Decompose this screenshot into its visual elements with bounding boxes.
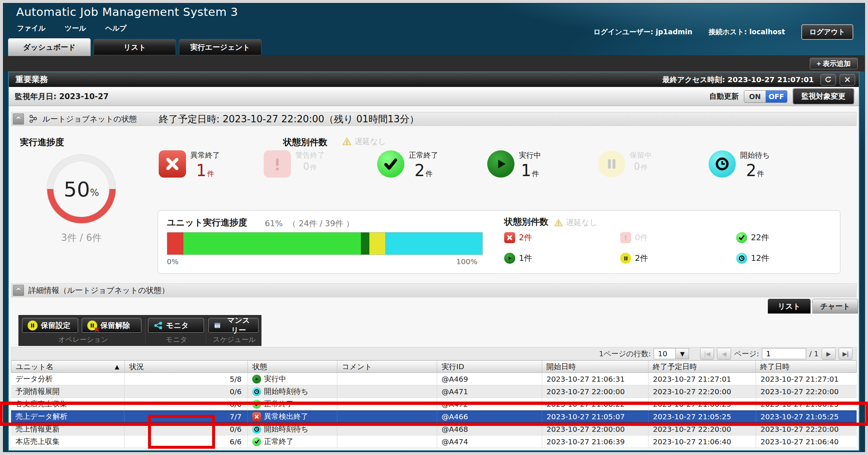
hold-release-button[interactable]: 保留解除 (82, 318, 141, 333)
menubar: ファイル ツール ヘルプ (17, 24, 127, 33)
table-row[interactable]: 本店売上収集 6/6 正常終了 @A474 2023-10-27 21:06:3… (11, 435, 857, 448)
waiting-icon (709, 150, 736, 178)
running-icon (504, 253, 515, 264)
last-page-button[interactable]: ▶| (839, 348, 853, 360)
tab-dashboard[interactable]: ダッシュボード (8, 38, 91, 56)
col-start[interactable]: 開始日時 (542, 361, 649, 372)
page-label: ページ: (734, 349, 759, 359)
collapse-icon[interactable]: ^ (13, 285, 24, 296)
view-tab-list[interactable]: リスト (768, 299, 811, 314)
deadline-label: 終了予定日時: 2023-10-27 22:20:00（残り 01時間13分） (159, 113, 419, 126)
menu-help[interactable]: ヘルプ (105, 24, 127, 33)
panel-content: ^ ルートジョブネットの状態 終了予定日時: 2023-10-27 22:20:… (9, 106, 859, 450)
monitor-button[interactable]: モニタ (148, 318, 204, 333)
auto-update-toggle[interactable]: ON OFF (744, 90, 787, 103)
monthly-button[interactable]: マンスリー (208, 318, 259, 333)
tab-list[interactable]: リスト (94, 39, 176, 55)
last-access-label: 最終アクセス時刻: 2023-10-27 21:07:01 (663, 75, 814, 85)
first-page-button[interactable]: |◀ (700, 348, 714, 360)
page-total: / 1 (809, 349, 819, 358)
view-tab-chart[interactable]: チャート (812, 299, 858, 314)
rows-per-page-value: 10 (654, 349, 675, 359)
calendar-icon (214, 321, 221, 330)
hold-icon (28, 321, 38, 330)
waiting-icon (736, 253, 747, 264)
warning-end-icon (620, 232, 631, 243)
normal-end-icon (736, 232, 747, 243)
rows-per-page-select[interactable]: 10 ▼ (654, 348, 689, 359)
warning-triangle-icon (342, 137, 352, 146)
pagination-bar: 1ページの行数: 10 ▼ |◀ ◀ ページ: / 1 ▶ ▶| (11, 347, 857, 360)
monitor-icon (154, 321, 163, 330)
annotation-box-selected-row (0, 402, 868, 426)
tab-strip (3, 55, 865, 71)
host-label: 接続ホスト: localhost (709, 27, 785, 37)
sort-asc-icon[interactable]: ▲ (115, 363, 119, 370)
unit-count-normal: 22件 (736, 232, 769, 243)
menu-file[interactable]: ファイル (17, 24, 46, 33)
toolbar-separator (145, 317, 145, 343)
hold-icon (598, 150, 625, 178)
logout-button[interactable]: ログアウト (801, 24, 853, 40)
next-page-button[interactable]: ▶ (822, 348, 836, 360)
root-no-delay: 遅延なし (342, 136, 386, 147)
running-icon (487, 150, 514, 178)
page-input[interactable] (762, 348, 806, 359)
col-exec-id[interactable]: 実行ID (437, 361, 542, 372)
login-bar: ログインユーザー: jp1admin 接続ホスト: localhost ログアウ… (594, 24, 853, 40)
waiting-icon (252, 387, 261, 396)
scale-min: 0% (167, 257, 179, 266)
normal-end-icon (252, 437, 261, 446)
jobnet-icon (28, 114, 38, 124)
add-view-button[interactable]: + 表示追加 (810, 58, 858, 69)
collapse-icon[interactable]: ^ (13, 113, 24, 125)
unit-count-abnormal: 2件 (504, 232, 532, 243)
tab-exec-agent[interactable]: 実行エージェント (179, 39, 261, 55)
table-row[interactable]: 予測情報展開 0/6 開始時刻待ち @A471 2023-10-27 22:00… (11, 385, 857, 398)
detail-section-header: ^ 詳細情報（ルートジョブネットの状態） (11, 283, 857, 297)
unit-progress-box: ユニット実行進捗度 61% （ 24件 / 39件 ） 0% 100% 状態別件… (158, 210, 840, 274)
unit-count-waiting: 12件 (736, 253, 769, 264)
unit-progress-summary: 61% （ 24件 / 39件 ） (265, 218, 354, 229)
unit-by-status-label: 状態別件数 (504, 216, 548, 228)
group-label-monitor: モニタ (166, 335, 187, 344)
unit-count-running: 1件 (504, 253, 532, 264)
status-cards: 異常終了 1件 警告終了 0件 正常終了 2件 実行中 1件 保留中 (156, 150, 804, 191)
panel-subheader: 監視年月日: 2023-10-27 自動更新 ON OFF 監視対象変更 (9, 87, 859, 106)
login-user-label: ログインユーザー: jp1admin (594, 27, 692, 37)
root-status-section-title: ルートジョブネットの状態 (42, 114, 137, 124)
bar-segment-abnormal-end (167, 232, 183, 255)
root-by-status-label: 状態別件数 (283, 136, 327, 148)
col-comment[interactable]: コメント (337, 361, 437, 372)
progress-percent: 50 (64, 177, 90, 201)
hold-set-button[interactable]: 保留設定 (22, 318, 78, 333)
change-monitor-target-button[interactable]: 監視対象変更 (793, 88, 854, 105)
close-button[interactable] (840, 74, 855, 85)
prev-page-button[interactable]: ◀ (717, 348, 731, 360)
unit-progress-bar (167, 232, 483, 255)
detail-section-title: 詳細情報（ルートジョブネットの状態） (28, 285, 169, 295)
chevron-down-icon[interactable]: ▼ (675, 349, 689, 359)
status-card-running: 実行中 1件 (487, 150, 541, 180)
col-end[interactable]: 終了日時 (756, 361, 856, 372)
status-card-abnormal-end: 異常終了 1件 (159, 150, 220, 180)
refresh-button[interactable] (820, 74, 836, 85)
auto-update-on[interactable]: ON (744, 91, 766, 102)
progress-ratio: 3件 / 6件 (47, 231, 116, 244)
bar-segment-running (361, 232, 369, 255)
panel-header: 重要業務 最終アクセス時刻: 2023-10-27 21:07:01 (9, 72, 859, 87)
progress-label: 実行進捗度 (20, 136, 64, 148)
col-progress[interactable]: 状況 (125, 361, 248, 372)
unit-no-delay: 遅延なし (554, 217, 597, 228)
col-unit-name[interactable]: ユニット名▲ (11, 361, 125, 372)
table-row[interactable]: データ分析 5/8 実行中 @A469 2023-10-27 21:06:31 … (11, 373, 857, 385)
status-card-waiting: 開始待ち 2件 (709, 150, 770, 180)
status-card-hold: 保留中 0件 (598, 150, 652, 178)
bar-segment-normal-end (183, 232, 361, 255)
col-scheduled-end[interactable]: 終了予定日時 (649, 361, 756, 372)
menu-tools[interactable]: ツール (65, 24, 86, 33)
col-status[interactable]: 状態 (248, 361, 337, 372)
important-job-panel: 重要業務 最終アクセス時刻: 2023-10-27 21:07:01 監視年月日… (8, 71, 860, 451)
app-title: Automatic Job Management System 3 (16, 5, 238, 18)
auto-update-off[interactable]: OFF (766, 91, 787, 102)
